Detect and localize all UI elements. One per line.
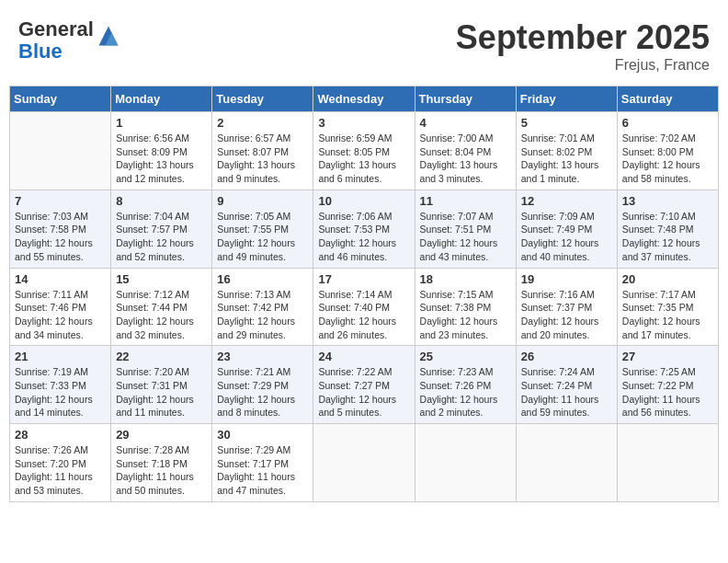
day-number: 17 [318,272,409,286]
day-number: 21 [15,350,106,363]
day-info: Sunrise: 7:12 AM Sunset: 7:44 PM Dayligh… [116,288,207,342]
title-block: September 2025 Frejus, France [456,18,710,74]
day-info: Sunrise: 7:07 AM Sunset: 7:51 PM Dayligh… [420,210,511,264]
calendar-cell: 29Sunrise: 7:28 AM Sunset: 7:18 PM Dayli… [111,424,212,502]
calendar-cell: 17Sunrise: 7:14 AM Sunset: 7:40 PM Dayli… [313,268,415,346]
weekday-header-thursday: Thursday [415,86,516,112]
day-info: Sunrise: 7:13 AM Sunset: 7:42 PM Dayligh… [217,288,308,342]
calendar-cell: 10Sunrise: 7:06 AM Sunset: 7:53 PM Dayli… [313,190,415,268]
calendar-cell: 23Sunrise: 7:21 AM Sunset: 7:29 PM Dayli… [212,346,313,424]
weekday-header-saturday: Saturday [617,86,718,112]
day-info: Sunrise: 7:01 AM Sunset: 8:02 PM Dayligh… [521,132,612,186]
day-info: Sunrise: 6:57 AM Sunset: 8:07 PM Dayligh… [217,132,308,186]
day-number: 16 [217,272,308,286]
logo-general: General [18,18,94,40]
logo-icon [96,23,121,49]
calendar-cell: 12Sunrise: 7:09 AM Sunset: 7:49 PM Dayli… [516,190,617,268]
calendar-cell: 22Sunrise: 7:20 AM Sunset: 7:31 PM Dayli… [111,346,212,424]
weekday-header-friday: Friday [516,86,617,112]
day-info: Sunrise: 7:10 AM Sunset: 7:48 PM Dayligh… [622,210,713,264]
day-info: Sunrise: 7:29 AM Sunset: 7:17 PM Dayligh… [217,443,308,498]
day-info: Sunrise: 7:16 AM Sunset: 7:37 PM Dayligh… [521,288,612,342]
day-info: Sunrise: 7:03 AM Sunset: 7:58 PM Dayligh… [15,210,106,264]
day-info: Sunrise: 7:23 AM Sunset: 7:26 PM Dayligh… [420,365,511,419]
day-info: Sunrise: 7:26 AM Sunset: 7:20 PM Dayligh… [15,443,106,498]
day-number: 5 [521,116,612,130]
day-info: Sunrise: 7:19 AM Sunset: 7:33 PM Dayligh… [15,365,106,419]
weekday-header-sunday: Sunday [10,86,111,112]
day-number: 11 [420,194,511,208]
calendar-cell: 8Sunrise: 7:04 AM Sunset: 7:57 PM Daylig… [111,190,212,268]
calendar-cell [617,424,718,502]
calendar-cell: 19Sunrise: 7:16 AM Sunset: 7:37 PM Dayli… [516,268,617,346]
calendar-cell: 25Sunrise: 7:23 AM Sunset: 7:26 PM Dayli… [415,346,516,424]
day-number: 28 [15,428,106,442]
calendar-cell: 20Sunrise: 7:17 AM Sunset: 7:35 PM Dayli… [617,268,718,346]
day-number: 25 [420,350,511,363]
calendar-cell [516,424,617,502]
calendar-week-row: 14Sunrise: 7:11 AM Sunset: 7:46 PM Dayli… [10,268,719,346]
calendar-cell: 14Sunrise: 7:11 AM Sunset: 7:46 PM Dayli… [10,268,111,346]
day-number: 2 [217,116,308,130]
day-number: 1 [116,116,207,130]
calendar-cell: 9Sunrise: 7:05 AM Sunset: 7:55 PM Daylig… [212,190,313,268]
day-number: 10 [318,194,409,208]
day-number: 20 [622,272,713,286]
calendar-cell: 5Sunrise: 7:01 AM Sunset: 8:02 PM Daylig… [516,112,617,190]
calendar-cell: 21Sunrise: 7:19 AM Sunset: 7:33 PM Dayli… [10,346,111,424]
day-info: Sunrise: 6:59 AM Sunset: 8:05 PM Dayligh… [318,132,409,186]
month-title: September 2025 [456,18,710,57]
day-info: Sunrise: 7:20 AM Sunset: 7:31 PM Dayligh… [116,365,207,419]
calendar-cell [10,112,111,190]
weekday-header-row: SundayMondayTuesdayWednesdayThursdayFrid… [10,86,719,112]
day-number: 6 [622,116,713,130]
logo-blue: Blue [18,40,94,63]
calendar-cell: 30Sunrise: 7:29 AM Sunset: 7:17 PM Dayli… [212,424,313,502]
calendar-cell: 27Sunrise: 7:25 AM Sunset: 7:22 PM Dayli… [617,346,718,424]
calendar-cell: 16Sunrise: 7:13 AM Sunset: 7:42 PM Dayli… [212,268,313,346]
calendar-week-row: 7Sunrise: 7:03 AM Sunset: 7:58 PM Daylig… [10,190,719,268]
calendar-cell: 7Sunrise: 7:03 AM Sunset: 7:58 PM Daylig… [10,190,111,268]
calendar-cell: 13Sunrise: 7:10 AM Sunset: 7:48 PM Dayli… [617,190,718,268]
calendar-cell: 24Sunrise: 7:22 AM Sunset: 7:27 PM Dayli… [313,346,415,424]
day-number: 26 [521,350,612,363]
day-info: Sunrise: 7:22 AM Sunset: 7:27 PM Dayligh… [318,365,409,419]
day-number: 15 [116,272,207,286]
weekday-header-monday: Monday [111,86,212,112]
day-number: 23 [217,350,308,363]
calendar-cell: 6Sunrise: 7:02 AM Sunset: 8:00 PM Daylig… [617,112,718,190]
day-number: 13 [622,194,713,208]
day-number: 12 [521,194,612,208]
calendar-cell: 15Sunrise: 7:12 AM Sunset: 7:44 PM Dayli… [111,268,212,346]
day-number: 7 [15,194,106,208]
calendar-week-row: 28Sunrise: 7:26 AM Sunset: 7:20 PM Dayli… [10,424,719,502]
calendar-cell [415,424,516,502]
day-info: Sunrise: 7:00 AM Sunset: 8:04 PM Dayligh… [420,132,511,186]
day-info: Sunrise: 7:24 AM Sunset: 7:24 PM Dayligh… [521,365,612,419]
calendar-week-row: 1Sunrise: 6:56 AM Sunset: 8:09 PM Daylig… [10,112,719,190]
calendar-cell: 28Sunrise: 7:26 AM Sunset: 7:20 PM Dayli… [10,424,111,502]
day-number: 29 [116,428,207,442]
day-number: 19 [521,272,612,286]
page-header: General Blue September 2025 Frejus, Fran… [9,9,719,78]
day-info: Sunrise: 7:06 AM Sunset: 7:53 PM Dayligh… [318,210,409,264]
calendar-cell [313,424,415,502]
day-number: 14 [15,272,106,286]
calendar-cell: 1Sunrise: 6:56 AM Sunset: 8:09 PM Daylig… [111,112,212,190]
day-info: Sunrise: 7:14 AM Sunset: 7:40 PM Dayligh… [318,288,409,342]
calendar-cell: 4Sunrise: 7:00 AM Sunset: 8:04 PM Daylig… [415,112,516,190]
day-number: 9 [217,194,308,208]
day-number: 8 [116,194,207,208]
calendar-table: SundayMondayTuesdayWednesdayThursdayFrid… [9,86,719,502]
day-info: Sunrise: 6:56 AM Sunset: 8:09 PM Dayligh… [116,132,207,186]
calendar-cell: 2Sunrise: 6:57 AM Sunset: 8:07 PM Daylig… [212,112,313,190]
day-info: Sunrise: 7:17 AM Sunset: 7:35 PM Dayligh… [622,288,713,342]
day-number: 30 [217,428,308,442]
logo: General Blue [18,18,121,63]
calendar-week-row: 21Sunrise: 7:19 AM Sunset: 7:33 PM Dayli… [10,346,719,424]
day-number: 24 [318,350,409,363]
day-number: 27 [622,350,713,363]
day-info: Sunrise: 7:15 AM Sunset: 7:38 PM Dayligh… [420,288,511,342]
weekday-header-tuesday: Tuesday [212,86,313,112]
day-info: Sunrise: 7:28 AM Sunset: 7:18 PM Dayligh… [116,443,207,498]
